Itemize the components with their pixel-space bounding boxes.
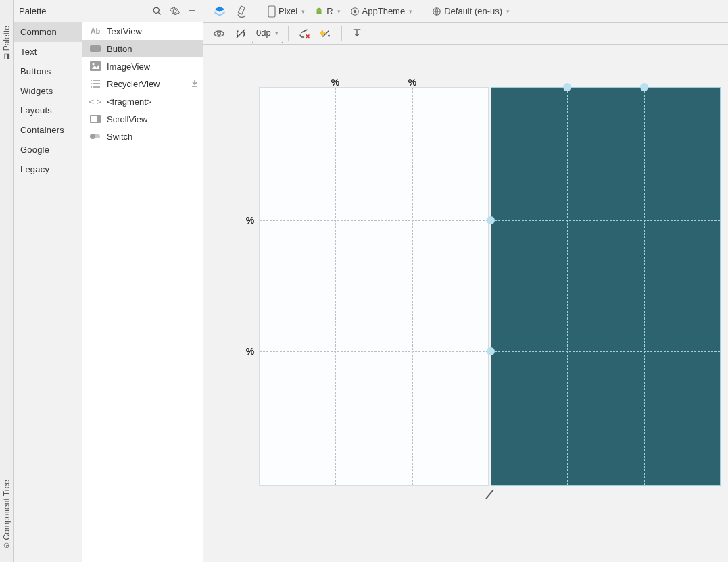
svg-rect-20 (268, 6, 275, 17)
design-surface-white[interactable]: % % % % (259, 87, 489, 486)
fragment-icon: < > (89, 96, 101, 107)
comp-label: Switch (107, 132, 132, 142)
percent-marker: % (331, 77, 339, 88)
button-icon (89, 43, 101, 54)
design-surface-button[interactable] (209, 2, 230, 21)
chevron-down-icon: ▾ (506, 8, 510, 15)
search-icon[interactable] (151, 5, 162, 16)
recyclerview-icon (89, 78, 101, 89)
palette-components: Ab TextView Button ImageView (82, 22, 203, 562)
resize-grip-icon[interactable]: // (485, 488, 491, 502)
palette-panel: Palette Common Text Buttons Widgets Layo… (14, 0, 203, 562)
guideline-horizontal[interactable] (491, 220, 720, 221)
cat-text[interactable]: Text (14, 42, 82, 61)
disable-autoconnect-button[interactable] (230, 24, 251, 43)
separator (341, 26, 342, 41)
guideline-horizontal[interactable] (491, 351, 720, 352)
palette-tab-icon: ◧ (3, 53, 10, 61)
cat-layouts[interactable]: Layouts (14, 101, 82, 120)
cat-containers[interactable]: Containers (14, 120, 82, 140)
api-picker[interactable]: R ▾ (310, 2, 344, 21)
comp-label: RecyclerView (107, 79, 160, 89)
guideline-handle[interactable] (563, 83, 571, 91)
locale-picker[interactable]: Default (en-us) ▾ (428, 2, 514, 21)
comp-switch[interactable]: Switch (82, 128, 203, 145)
comp-imageview[interactable]: ImageView (82, 57, 203, 75)
chevron-down-icon: ▾ (337, 8, 341, 15)
guideline-horizontal[interactable] (260, 351, 488, 352)
comp-textview[interactable]: Ab TextView (82, 22, 203, 40)
svg-point-25 (354, 10, 356, 13)
svg-point-22 (320, 8, 320, 9)
palette-categories: Common Text Buttons Widgets Layouts Cont… (14, 22, 82, 562)
svg-point-21 (318, 8, 318, 9)
vert-tab-component-tree[interactable]: ◴ Component Tree (0, 474, 13, 555)
design-toolbar-primary: Pixel ▾ R ▾ AppTheme ▾ Default (en-us) ▾ (203, 0, 728, 23)
scrollview-icon (89, 113, 101, 124)
vert-tab-palette[interactable]: ◧ Palette (0, 20, 13, 66)
comp-scrollview[interactable]: ScrollView (82, 110, 203, 128)
separator (258, 4, 258, 19)
infer-constraints-button[interactable] (316, 24, 336, 43)
gear-icon[interactable] (169, 5, 180, 16)
vert-tab-tree-label: Component Tree (2, 480, 11, 540)
svg-rect-16 (91, 116, 97, 122)
chevron-down-icon: ▾ (409, 8, 412, 15)
percent-marker: % (408, 77, 416, 88)
view-options-button[interactable] (209, 24, 229, 43)
comp-recyclerview[interactable]: RecyclerView (82, 75, 203, 93)
guideline-horizontal[interactable] (260, 220, 488, 221)
guideline-handle[interactable] (487, 216, 495, 224)
palette-tools (151, 5, 197, 16)
percent-marker: % (246, 346, 254, 357)
theme-picker[interactable]: AppTheme ▾ (346, 2, 417, 21)
guideline-vertical[interactable] (335, 88, 336, 485)
design-toolbar-secondary: 0dp ▾ (203, 23, 728, 45)
svg-line-30 (306, 34, 310, 38)
download-icon[interactable] (191, 79, 199, 89)
svg-rect-19 (238, 5, 245, 14)
orientation-button[interactable] (232, 2, 252, 21)
tree-tab-icon: ◴ (3, 542, 10, 550)
guideline-vertical[interactable] (412, 88, 413, 485)
svg-point-6 (93, 63, 95, 66)
locale-label: Default (en-us) (444, 6, 502, 16)
palette-title: Palette (19, 6, 151, 16)
guideline-handle[interactable] (640, 83, 648, 91)
guideline-vertical[interactable] (567, 88, 568, 485)
palette-header: Palette (14, 0, 203, 22)
cat-common[interactable]: Common (14, 22, 82, 42)
clear-constraints-button[interactable] (294, 24, 314, 43)
comp-label: ScrollView (107, 114, 147, 124)
minimize-icon[interactable] (187, 5, 197, 16)
svg-rect-3 (90, 45, 101, 52)
separator (422, 4, 422, 19)
cat-legacy[interactable]: Legacy (14, 159, 82, 179)
design-editor: Pixel ▾ R ▾ AppTheme ▾ Default (en-us) ▾ (203, 0, 728, 562)
chevron-down-icon: ▾ (301, 8, 305, 15)
svg-point-31 (328, 35, 329, 36)
design-surface-blueprint[interactable] (491, 87, 721, 486)
default-margin-field[interactable]: 0dp ▾ (252, 24, 283, 43)
separator (288, 26, 289, 41)
guideline-handle[interactable] (487, 347, 495, 355)
comp-fragment[interactable]: < > <fragment> (82, 93, 203, 110)
theme-label: AppTheme (362, 6, 406, 16)
chevron-down-icon: ▾ (275, 30, 278, 36)
imageview-icon (89, 61, 101, 72)
cat-buttons[interactable]: Buttons (14, 61, 82, 81)
device-label: Pixel (278, 6, 297, 16)
comp-button[interactable]: Button (82, 40, 203, 57)
svg-point-26 (433, 7, 441, 15)
device-picker[interactable]: Pixel ▾ (264, 2, 309, 21)
cat-google[interactable]: Google (14, 140, 82, 159)
textview-icon: Ab (89, 26, 101, 36)
svg-point-24 (351, 7, 358, 15)
comp-label: TextView (107, 26, 142, 36)
design-canvas[interactable]: % % % % // (203, 45, 728, 562)
guidelines-button[interactable] (347, 24, 366, 43)
comp-label: ImageView (107, 61, 150, 72)
cat-widgets[interactable]: Widgets (14, 81, 82, 101)
svg-point-0 (153, 7, 159, 13)
guideline-vertical[interactable] (644, 88, 645, 485)
